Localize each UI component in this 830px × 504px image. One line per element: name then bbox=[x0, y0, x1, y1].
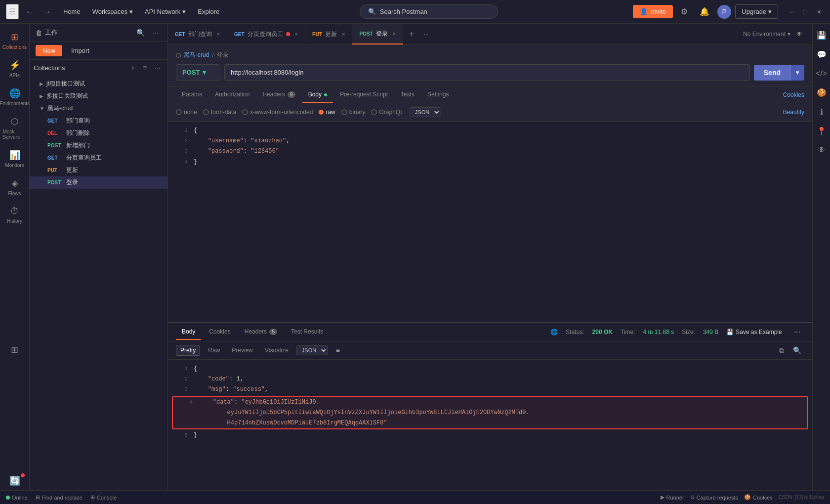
res-tab-body[interactable]: Body bbox=[176, 324, 201, 340]
res-opt-preview[interactable]: Preview bbox=[228, 345, 257, 355]
body-option-graphql[interactable]: GraphQL bbox=[371, 109, 403, 116]
sidebar-item-apis[interactable]: ⚡ APIs bbox=[1, 56, 29, 82]
collections-more-button[interactable]: ··· bbox=[152, 63, 164, 73]
panel-more-button[interactable]: ··· bbox=[150, 28, 162, 38]
tree-item-jt-project[interactable]: ▶ jt项目接口测试 bbox=[30, 78, 167, 90]
panel-search-button[interactable]: 🔍 bbox=[133, 28, 148, 38]
close-icon[interactable]: × bbox=[217, 31, 220, 37]
send-button[interactable]: Send bbox=[754, 65, 790, 81]
req-tab-settings[interactable]: Settings bbox=[421, 87, 455, 103]
statusbar-status-button[interactable]: Online bbox=[6, 495, 28, 501]
close-icon[interactable]: × bbox=[393, 31, 396, 37]
sidebar-item-monitors[interactable]: 📊 Monitors bbox=[1, 146, 29, 172]
add-tab-button[interactable]: + bbox=[403, 24, 419, 44]
console-button[interactable]: ⊞ Console bbox=[90, 494, 117, 501]
req-tab-tests[interactable]: Tests bbox=[395, 87, 420, 103]
right-panel-code-icon[interactable]: </> bbox=[813, 66, 830, 81]
sidebar-item-flows[interactable]: ◈ Flows bbox=[1, 174, 29, 200]
cookies-statusbar-button[interactable]: 🍪 Cookies bbox=[744, 494, 773, 501]
url-input[interactable] bbox=[224, 64, 750, 81]
home-link[interactable]: Home bbox=[58, 5, 85, 18]
avatar-icon[interactable]: P bbox=[717, 5, 731, 19]
runner-button[interactable]: ▶ Runner bbox=[661, 494, 684, 501]
res-opt-pretty[interactable]: Pretty bbox=[176, 345, 200, 356]
upgrade-button[interactable]: Upgrade ▾ bbox=[735, 4, 778, 19]
notifications-icon[interactable]: 🔔 bbox=[696, 5, 713, 18]
tab-post-login[interactable]: POST 登录 × bbox=[352, 24, 403, 44]
tree-item-post-dept[interactable]: POST 新增部门 bbox=[30, 139, 167, 152]
menu-icon[interactable]: ☰ bbox=[6, 4, 19, 19]
right-panel-eye-icon[interactable]: 👁 bbox=[815, 143, 829, 158]
find-replace-button[interactable]: ⊞ Find and replace bbox=[36, 494, 83, 501]
tabs-more-button[interactable]: ··· bbox=[419, 24, 432, 44]
search-input[interactable]: 🔍 Search Postman bbox=[360, 4, 498, 19]
close-button[interactable]: × bbox=[814, 7, 824, 17]
response-more-button[interactable]: ··· bbox=[790, 326, 804, 338]
sidebar-item-collections[interactable]: ⊞ Collections bbox=[1, 28, 29, 54]
req-tab-pre-request[interactable]: Pre-request Script bbox=[334, 87, 394, 103]
cookies-link[interactable]: Cookies bbox=[783, 91, 804, 98]
tree-item-heima-crud[interactable]: ▼ 黑马-crud bbox=[30, 102, 167, 115]
sidebar-item-environments[interactable]: 🌐 Environments bbox=[1, 84, 29, 110]
close-icon[interactable]: × bbox=[295, 31, 298, 37]
new-button[interactable]: New bbox=[36, 45, 62, 56]
send-dropdown-button[interactable]: ▾ bbox=[790, 65, 804, 81]
tree-item-post-login[interactable]: POST 登录 bbox=[30, 176, 167, 189]
environment-selector[interactable]: No Environment ▾ 👁 bbox=[737, 29, 812, 40]
tree-item-put-update[interactable]: PUT 更新 bbox=[30, 164, 167, 176]
right-panel-info-icon[interactable]: ℹ bbox=[817, 104, 826, 120]
tree-item-get-dept[interactable]: GET 部门查询 bbox=[30, 115, 167, 127]
invite-button[interactable]: 👤 Invite bbox=[633, 5, 673, 18]
workspaces-link[interactable]: Workspaces ▾ bbox=[87, 5, 138, 18]
body-option-urlencoded[interactable]: x-www-form-urlencoded bbox=[242, 109, 313, 116]
tab-get-dept[interactable]: GET 部门查询 × bbox=[168, 24, 227, 44]
maximize-button[interactable]: □ bbox=[800, 7, 810, 17]
body-option-raw[interactable]: raw bbox=[319, 109, 335, 116]
tree-item-multi-port[interactable]: ▶ 多接口关联测试 bbox=[30, 90, 167, 102]
method-select[interactable]: POST ▾ bbox=[176, 64, 220, 81]
right-panel-cookies-icon[interactable]: 🍪 bbox=[814, 85, 830, 100]
env-settings-icon[interactable]: 👁 bbox=[792, 29, 806, 40]
api-network-link[interactable]: API Network ▾ bbox=[140, 5, 191, 18]
format-select[interactable]: JSON bbox=[410, 107, 441, 117]
right-panel-comment-icon[interactable]: 💬 bbox=[814, 47, 830, 62]
sidebar-item-runner[interactable]: 🔄 bbox=[1, 471, 29, 490]
settings-icon[interactable]: ⚙ bbox=[677, 5, 692, 18]
nav-forward-button[interactable]: → bbox=[41, 5, 54, 18]
minimize-button[interactable]: − bbox=[786, 7, 796, 17]
import-button[interactable]: Import bbox=[66, 45, 94, 56]
tab-put-update[interactable]: PUT 更新 × bbox=[305, 24, 352, 44]
save-example-button[interactable]: 💾 Save as Example bbox=[726, 329, 782, 336]
close-icon[interactable]: × bbox=[342, 31, 345, 37]
req-tab-params[interactable]: Params bbox=[176, 87, 208, 103]
add-collection-button[interactable]: + bbox=[128, 63, 138, 73]
body-option-form-data[interactable]: form-data bbox=[203, 109, 236, 116]
body-option-binary[interactable]: binary bbox=[341, 109, 366, 116]
capture-button[interactable]: ⊙ Capture requests bbox=[690, 494, 738, 501]
req-tab-authorization[interactable]: Authorization bbox=[209, 87, 255, 103]
collections-filter-button[interactable]: ≡ bbox=[140, 63, 150, 73]
right-panel-location-icon[interactable]: 📍 bbox=[814, 124, 830, 139]
tab-get-emp[interactable]: GET 分页查询员工 × bbox=[227, 24, 305, 44]
sidebar-item-mock-servers[interactable]: ⬡ Mock Servers bbox=[1, 112, 29, 144]
res-tab-cookies[interactable]: Cookies bbox=[203, 324, 236, 340]
request-body-editor[interactable]: 1 { 2 "username": "xiaozhao", 3 "passwor… bbox=[168, 122, 812, 322]
beautify-button[interactable]: Beautify bbox=[783, 109, 804, 116]
explore-link[interactable]: Explore bbox=[193, 5, 224, 18]
nav-back-button[interactable]: ← bbox=[23, 5, 37, 18]
sidebar-item-history[interactable]: ⏱ History bbox=[1, 202, 29, 228]
right-panel-save-icon[interactable]: 💾 bbox=[814, 28, 830, 43]
search-response-button[interactable]: 🔍 bbox=[790, 345, 804, 356]
res-tab-test-results[interactable]: Test Results bbox=[285, 324, 329, 340]
wrap-lines-icon[interactable]: ≡ bbox=[332, 344, 344, 356]
req-tab-headers[interactable]: Headers 9 bbox=[256, 87, 301, 103]
res-opt-visualize[interactable]: Visualize bbox=[261, 345, 292, 355]
copy-response-button[interactable]: ⧉ bbox=[776, 345, 787, 356]
sidebar-item-extensions[interactable]: ⊞ bbox=[1, 340, 29, 359]
tree-item-del-dept[interactable]: DEL 部门删除 bbox=[30, 127, 167, 139]
res-tab-headers[interactable]: Headers 5 bbox=[239, 324, 283, 340]
res-format-select[interactable]: JSON bbox=[296, 345, 328, 355]
req-tab-body[interactable]: Body bbox=[302, 87, 333, 103]
body-option-none[interactable]: none bbox=[176, 109, 197, 116]
tree-item-get-emp[interactable]: GET 分页查询员工 bbox=[30, 152, 167, 164]
